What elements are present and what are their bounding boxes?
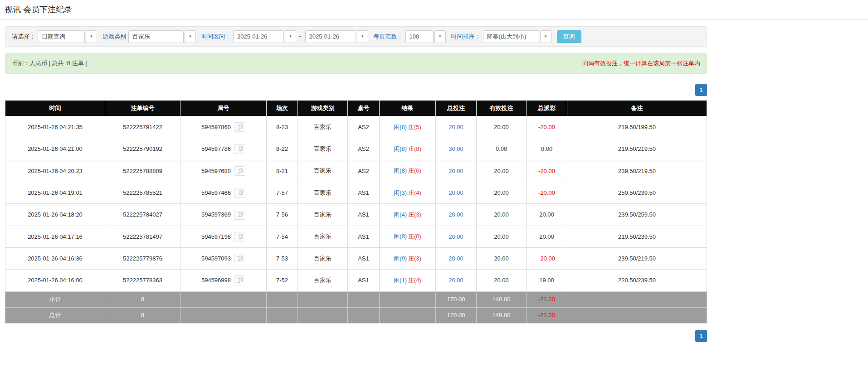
round-cell: 594597680: [180, 160, 267, 182]
caret-down-icon: ▼: [189, 35, 192, 39]
remark-cell: 219.50/239.50: [567, 226, 707, 247]
bet-id-cell: 522225791422: [105, 116, 180, 138]
query-type-label: 请选择：: [12, 33, 35, 41]
bet-id-cell: 522225790192: [105, 138, 180, 160]
total-bet-cell[interactable]: 20.00: [436, 160, 477, 182]
remark-cell: 239.50/219.50: [567, 160, 707, 182]
pagination-top: 1: [5, 84, 707, 96]
page-number-button[interactable]: 1: [695, 330, 707, 342]
banker-result: 庄(6): [408, 167, 421, 174]
table-header-row: 时间注单编号局号场次游戏类别桌号结果总投注有效投注总派彩备注: [5, 101, 707, 116]
view-cards-icon[interactable]: [234, 144, 245, 154]
column-header: 场次: [267, 101, 298, 116]
date-to-input[interactable]: [305, 30, 356, 43]
search-button[interactable]: 查询: [557, 30, 581, 43]
column-header: 结果: [380, 101, 436, 116]
round-cell: 594597860: [180, 116, 267, 138]
summary-remark: [567, 291, 707, 307]
bet-id-cell: 522225781497: [105, 226, 180, 247]
summary-payout: -21.00: [527, 291, 567, 307]
view-cards-icon[interactable]: [234, 188, 245, 198]
bet-record-row: 2025-01-26 04:21:00522225790192594597786…: [5, 138, 707, 160]
summary-empty-game: [298, 291, 348, 307]
result-cell: 闲(8)庄(8): [380, 138, 436, 160]
result-cell: 闲(3)庄(4): [380, 182, 436, 203]
total-bet-cell[interactable]: 20.00: [436, 247, 477, 269]
cards-glyph: [236, 168, 243, 174]
remark-cell: 220.50/239.50: [567, 270, 707, 291]
round-number: 594597093: [201, 255, 231, 262]
total-bet-cell[interactable]: 20.00: [436, 116, 477, 138]
view-cards-icon[interactable]: [234, 122, 245, 132]
summary-empty-session: [267, 291, 298, 307]
view-cards-icon[interactable]: [234, 232, 245, 241]
query-type-input[interactable]: [38, 30, 85, 43]
date-to-dropdown-button[interactable]: ▼: [357, 30, 368, 43]
view-cards-icon[interactable]: [234, 254, 245, 263]
total-bet-cell[interactable]: 20.00: [436, 182, 477, 203]
summary-bar: 币别：人民币 | 总共 :8 注单 | 同局有效投注，统一计算在该局第一张注单内: [5, 53, 707, 74]
summary-empty-session: [267, 307, 298, 323]
round-number: 594596998: [201, 277, 231, 284]
time-sort-dropdown-button[interactable]: ▼: [540, 30, 551, 43]
filter-bar: 请选择： ▼ 游戏类别 ▼ 时间区间： ▼ ~ ▼ 每页笔数： ▼ 时间排序： …: [5, 26, 707, 47]
game-type-cell: 百家乐: [298, 138, 348, 160]
view-cards-icon[interactable]: [234, 210, 245, 219]
game-type-cell: 百家乐: [298, 182, 348, 203]
round-number: 594597369: [201, 211, 231, 218]
page-size-dropdown-button[interactable]: ▼: [434, 30, 446, 43]
date-from-input[interactable]: [233, 30, 284, 43]
summary-empty-table: [348, 291, 380, 307]
time-sort-label: 时间排序：: [451, 33, 481, 41]
valid-bet-cell: 20.00: [477, 270, 527, 291]
session-cell: 7-56: [267, 204, 298, 226]
valid-bet-cell: 20.00: [477, 116, 527, 138]
cards-glyph: [236, 212, 243, 217]
total-bet-cell[interactable]: 20.00: [436, 204, 477, 226]
bet-id-cell: 522225778363: [105, 270, 180, 291]
player-result: 闲(8): [394, 145, 407, 152]
view-cards-icon[interactable]: [234, 166, 245, 176]
query-type-dropdown-button[interactable]: ▼: [86, 30, 97, 43]
column-header: 总派彩: [527, 101, 567, 116]
bet-id-cell: 522225779876: [105, 247, 180, 269]
view-cards-icon[interactable]: [234, 275, 245, 285]
page-size-input[interactable]: [405, 30, 434, 43]
time-cell: 2025-01-26 04:21:00: [5, 138, 105, 160]
time-cell: 2025-01-26 04:19:01: [5, 182, 105, 203]
time-sort-input[interactable]: [483, 30, 539, 43]
player-result: 闲(8): [394, 124, 407, 130]
summary-empty-round: [180, 307, 267, 323]
summary-label: 小计: [5, 291, 105, 307]
column-header: 游戏类别: [298, 101, 348, 116]
bet-record-row: 2025-01-26 04:18:20522225784027594597369…: [5, 204, 707, 226]
caret-down-icon: ▼: [361, 35, 364, 39]
total-bet-cell[interactable]: 30.00: [436, 138, 477, 160]
valid-bet-cell: 20.00: [477, 182, 527, 203]
table-number-cell: AS1: [348, 182, 380, 203]
banker-result: 庄(4): [408, 277, 421, 284]
game-type-cell: 百家乐: [298, 226, 348, 247]
summary-total-bet: 170.00: [436, 307, 477, 323]
time-cell: 2025-01-26 04:16:00: [5, 270, 105, 291]
page-number-button[interactable]: 1: [695, 84, 707, 96]
round-number: 594597680: [201, 168, 231, 174]
date-from-dropdown-button[interactable]: ▼: [285, 30, 296, 43]
table-number-cell: AS1: [348, 247, 380, 269]
summary-empty-result: [380, 291, 436, 307]
game-type-dropdown-button[interactable]: ▼: [185, 30, 196, 43]
table-number-cell: AS1: [348, 226, 380, 247]
column-header: 桌号: [348, 101, 380, 116]
total-bet-cell[interactable]: 20.00: [436, 270, 477, 291]
valid-bet-cell: 20.00: [477, 226, 527, 247]
page-size-combo: ▼: [405, 30, 446, 43]
total-bet-cell[interactable]: 20.00: [436, 226, 477, 247]
caret-down-icon: ▼: [90, 35, 93, 39]
payout-cell: -20.00: [527, 160, 567, 182]
result-cell: 闲(1)庄(4): [380, 270, 436, 291]
cards-glyph: [236, 124, 243, 130]
game-type-input[interactable]: [128, 30, 184, 43]
banker-result: 庄(8): [408, 145, 421, 152]
subtotal-row: 小计8170.00140.00-21.00: [5, 291, 707, 307]
date-range-label: 时间区间：: [201, 33, 231, 41]
